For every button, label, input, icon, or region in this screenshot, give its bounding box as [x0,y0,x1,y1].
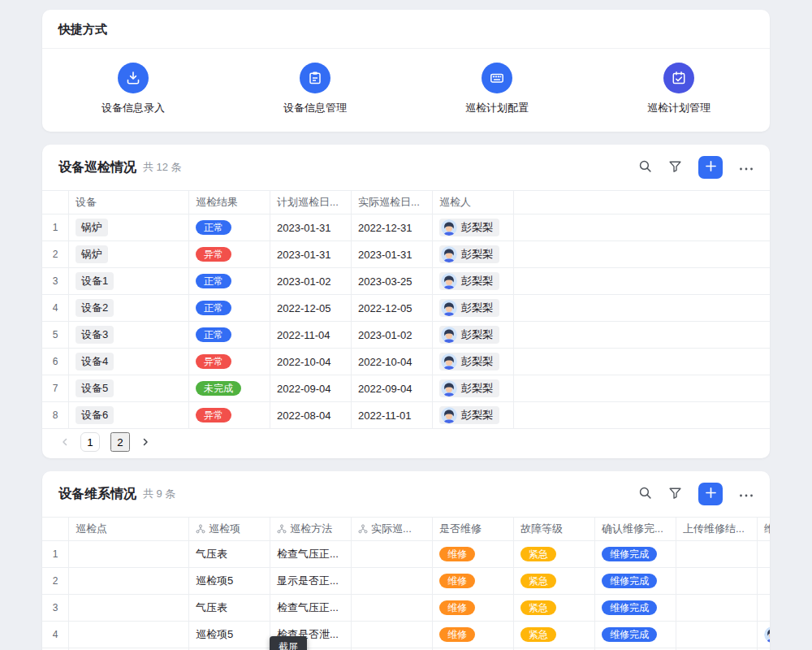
cell-planned-date[interactable]: 2022-11-04 [270,322,351,348]
cell-actual[interactable] [351,568,432,594]
search-button[interactable] [638,486,652,502]
cell-upload-result[interactable] [676,622,757,648]
cell-inspector[interactable]: 彭梨梨 [432,214,513,240]
more-button[interactable] [739,162,754,174]
filter-button[interactable] [668,486,682,502]
cell-inspection-item[interactable]: 气压表 [188,541,270,567]
cell-planned-date[interactable]: 2022-09-04 [270,375,351,401]
column-header[interactable]: 巡检方法 [270,518,351,540]
cell-result[interactable]: 正常 [188,322,270,348]
filter-button[interactable] [668,159,682,176]
cell-worker[interactable] [757,595,770,621]
column-header[interactable]: 计划巡检日... [270,191,351,214]
cell-result[interactable]: 未完成 [188,375,270,401]
cell-inspection-point[interactable] [68,541,188,567]
cell-empty[interactable] [513,241,770,267]
column-header[interactable]: 设备 [68,191,188,214]
cell-actual-date[interactable]: 2023-03-25 [351,268,432,294]
cell-inspection-item[interactable]: 巡检项5 [188,568,270,594]
cell-upload-result[interactable] [676,568,757,594]
cell-planned-date[interactable]: 2023-01-02 [270,268,351,294]
cell-inspector[interactable]: 彭梨梨 [432,241,513,267]
cell-empty[interactable] [513,322,770,348]
column-header[interactable]: 确认维修完... [594,518,676,540]
column-header[interactable]: 实际巡... [351,518,432,540]
cell-repair[interactable]: 维修 [432,541,513,567]
cell-actual[interactable] [351,541,432,567]
cell-confirm[interactable]: 维修完成 [594,595,676,621]
column-header[interactable]: 是否维修 [432,518,513,540]
cell-fault-level[interactable]: 紧急 [513,541,594,567]
cell-inspector[interactable]: 彭梨梨 [432,402,513,428]
cell-device[interactable]: 设备3 [68,322,188,348]
column-header[interactable]: 巡检项 [188,518,270,540]
cell-worker[interactable] [757,568,770,594]
add-record-button[interactable] [698,483,723,505]
cell-device[interactable]: 设备2 [68,295,188,321]
cell-inspection-method[interactable]: 检查气压正... [270,595,351,621]
cell-empty[interactable] [513,402,770,428]
cell-actual-date[interactable]: 2022-12-05 [351,295,432,321]
cell-planned-date[interactable]: 2022-08-04 [270,402,351,428]
cell-actual[interactable] [351,622,432,648]
cell-actual-date[interactable]: 2022-09-04 [351,375,432,401]
cell-device[interactable]: 锅炉 [68,214,188,240]
cell-empty[interactable] [513,295,770,321]
cell-actual-date[interactable]: 2022-11-01 [351,402,432,428]
cell-upload-result[interactable] [676,541,757,567]
cell-inspector[interactable]: 彭梨梨 [432,375,513,401]
cell-empty[interactable] [513,214,770,240]
cell-result[interactable]: 正常 [188,295,270,321]
shortcut-item-3[interactable]: 巡检计划配置 [406,63,588,115]
prev-page-button[interactable] [60,437,70,447]
cell-inspection-method[interactable]: 显示是否正... [270,568,351,594]
cell-inspector[interactable]: 彭梨梨 [432,268,513,294]
cell-empty[interactable] [513,375,770,401]
cell-device[interactable]: 设备4 [68,349,188,375]
cell-device[interactable]: 设备6 [68,402,188,428]
cell-repair[interactable]: 维修 [432,622,513,648]
column-header[interactable]: 巡检点 [68,518,188,540]
cell-worker[interactable] [757,541,770,567]
cell-device[interactable]: 设备1 [68,268,188,294]
cell-fault-level[interactable]: 紧急 [513,595,594,621]
cell-confirm[interactable]: 维修完成 [594,622,676,648]
cell-device[interactable]: 锅炉 [68,241,188,267]
cell-inspector[interactable]: 彭梨梨 [432,295,513,321]
column-header[interactable]: 故障等级 [513,518,594,540]
add-record-button[interactable] [698,156,723,179]
shortcut-item-4[interactable]: 巡检计划管理 [588,63,770,115]
cell-fault-level[interactable]: 紧急 [513,568,594,594]
cell-actual-date[interactable]: 2022-12-31 [351,214,432,240]
cell-result[interactable]: 异常 [188,349,270,375]
cell-empty[interactable] [513,349,770,375]
cell-inspection-point[interactable] [68,568,188,594]
cell-planned-date[interactable]: 2022-10-04 [270,349,351,375]
cell-device[interactable]: 设备5 [68,375,188,401]
shortcut-item-2[interactable]: 设备信息管理 [224,63,406,115]
cell-upload-result[interactable] [676,595,757,621]
cell-actual-date[interactable]: 2022-10-04 [351,349,432,375]
cell-empty[interactable] [513,268,770,294]
cell-inspection-method[interactable]: 检查气压正... [270,541,351,567]
cell-actual-date[interactable]: 2023-01-31 [351,241,432,267]
cell-planned-date[interactable]: 2023-01-31 [270,241,351,267]
cell-result[interactable]: 正常 [188,268,270,294]
column-header[interactable]: 上传维修结... [676,518,757,540]
column-header[interactable]: 巡检结果 [188,191,270,214]
shortcut-item-1[interactable]: 设备信息录入 [42,63,224,115]
column-header[interactable]: 实际巡检日... [351,191,432,214]
cell-inspection-item[interactable]: 气压表 [188,595,270,621]
cell-confirm[interactable]: 维修完成 [594,541,676,567]
cell-worker[interactable] [757,622,770,648]
page-button-2[interactable]: 2 [110,432,130,452]
cell-inspection-point[interactable] [68,595,188,621]
more-button[interactable] [739,488,754,500]
search-button[interactable] [638,159,652,176]
cell-inspection-item[interactable]: 巡检项5 [188,622,270,648]
cell-actual-date[interactable]: 2023-01-02 [351,322,432,348]
column-header[interactable]: 维... [757,518,770,540]
next-page-button[interactable] [140,437,150,447]
cell-fault-level[interactable]: 紧急 [513,622,594,648]
cell-inspection-point[interactable] [68,622,188,648]
